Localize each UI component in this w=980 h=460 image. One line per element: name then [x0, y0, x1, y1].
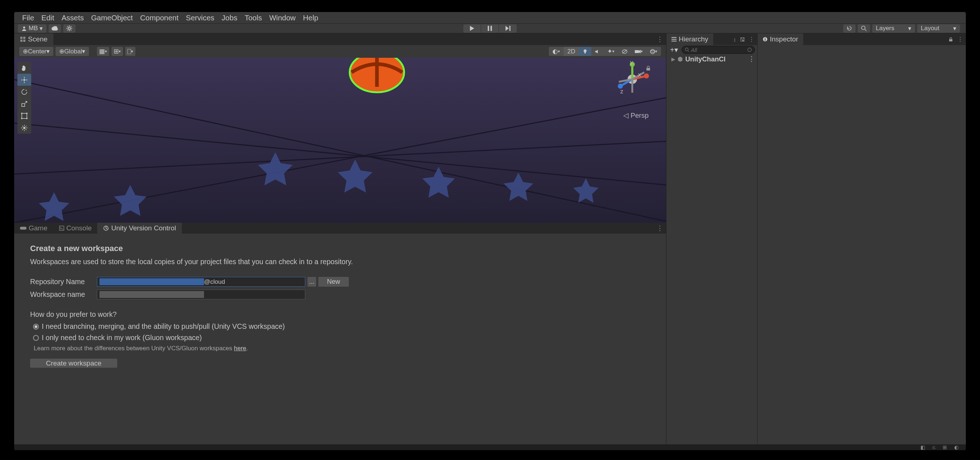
account-label: MB	[29, 25, 38, 32]
rect-tool[interactable]	[18, 110, 31, 122]
step-button[interactable]	[499, 24, 517, 33]
uvc-tab[interactable]: Unity Version Control	[97, 223, 181, 234]
scene-panel-menu[interactable]: ⋮	[657, 35, 663, 43]
form-heading: Create a new workspace	[30, 244, 650, 253]
uvc-icon	[103, 225, 109, 231]
inspector-menu[interactable]: ⋮	[958, 36, 963, 43]
2d-toggle[interactable]: 2D	[564, 47, 579, 56]
repo-new-button[interactable]: New	[318, 277, 349, 287]
status-bar: ◧ ⎌ ⊞ ◐	[14, 444, 966, 450]
search-button[interactable]	[858, 24, 870, 33]
inspector-tab[interactable]: Inspector	[757, 34, 803, 45]
menu-services[interactable]: Services	[182, 13, 218, 22]
pivot-dropdown[interactable]: ⊕ Center ▾	[19, 47, 53, 56]
game-tab[interactable]: Game	[14, 223, 53, 234]
workspace-name-label: Workspace name	[30, 290, 97, 299]
hierarchy-sort-icon[interactable]: ↕	[733, 36, 737, 43]
gear-icon	[67, 26, 72, 31]
layers-dropdown[interactable]: Layers▾	[872, 24, 915, 33]
step-icon	[505, 26, 510, 31]
orientation-gizmo[interactable]: y x z	[615, 62, 649, 96]
menu-window[interactable]: Window	[266, 13, 299, 22]
repo-browse-button[interactable]: ...	[307, 277, 316, 287]
audio-toggle[interactable]	[591, 47, 604, 56]
hierarchy-menu[interactable]: ⋮	[749, 36, 754, 43]
gizmo-icon	[650, 49, 655, 54]
layout-dropdown[interactable]: Layout▾	[917, 24, 960, 33]
eye-off-icon	[622, 50, 628, 54]
uvc-tab-label: Unity Version Control	[111, 224, 176, 232]
rotate-tool[interactable]	[18, 86, 31, 98]
grid-snap-button[interactable]: ▦ ▾	[97, 47, 109, 56]
gizmo-y-label: y	[630, 59, 633, 66]
status-icon-2[interactable]: ⎌	[932, 444, 935, 450]
snap-toggle[interactable]: ⎕ ▾	[125, 47, 135, 56]
svg-rect-3	[491, 26, 492, 31]
settings-button[interactable]	[63, 24, 75, 33]
menu-file[interactable]: File	[19, 13, 38, 22]
camera-dropdown[interactable]: ▾	[631, 47, 646, 56]
projection-label[interactable]: ◁ Persp	[623, 111, 649, 120]
hierarchy-save-icon[interactable]: 🖫	[740, 36, 745, 43]
workflow-option-vcs[interactable]: I need branching, merging, and the abili…	[33, 322, 650, 331]
move-tool[interactable]	[18, 74, 31, 86]
gizmos-dropdown[interactable]: ▾	[646, 47, 661, 56]
scene-view[interactable]: y x z ◁ Persp	[14, 58, 666, 223]
scale-tool[interactable]	[18, 98, 31, 110]
scene-tab[interactable]: Scene	[14, 34, 53, 45]
status-icon-3[interactable]: ⊞	[943, 444, 947, 450]
menu-tools[interactable]: Tools	[241, 13, 266, 22]
menu-gameobject[interactable]: GameObject	[88, 13, 137, 22]
svg-rect-31	[646, 68, 650, 70]
gizmo-lock-icon[interactable]	[646, 66, 651, 71]
menu-edit[interactable]: Edit	[38, 13, 58, 22]
svg-point-25	[26, 118, 28, 119]
menu-bar: File Edit Assets GameObject Component Se…	[14, 12, 966, 24]
undo-history-button[interactable]	[843, 24, 856, 33]
svg-rect-9	[20, 40, 22, 42]
hierarchy-search[interactable]: All	[682, 46, 755, 54]
status-icon-1[interactable]: ◧	[921, 444, 925, 450]
view-tool[interactable]	[18, 62, 31, 74]
layout-label: Layout	[921, 25, 939, 32]
workspace-name-input[interactable]	[97, 289, 305, 299]
toolbar-right: Layers▾ Layout▾	[843, 24, 962, 33]
hierarchy-root-item[interactable]: ▸ UnityChanCl ⋮	[667, 54, 757, 64]
gizmo-x-label: x	[638, 72, 641, 78]
hidden-toggle[interactable]	[618, 47, 631, 56]
fx-dropdown[interactable]: ✦ ▾	[604, 47, 618, 56]
svg-rect-44	[949, 39, 952, 42]
pause-icon	[488, 26, 492, 31]
hierarchy-item-menu[interactable]: ⋮	[748, 55, 755, 63]
play-button[interactable]	[463, 24, 481, 33]
cloud-button[interactable]	[49, 24, 61, 33]
transform-tool[interactable]	[18, 122, 31, 134]
draw-mode-dropdown[interactable]: ◐ ▾	[549, 47, 564, 56]
console-tab[interactable]: Console	[53, 223, 98, 234]
hand-icon	[21, 65, 28, 71]
snap-increment-button[interactable]: ⊞ ▾	[111, 47, 123, 56]
scene-tools-overlay	[18, 62, 31, 134]
create-workspace-button[interactable]: Create workspace	[30, 359, 117, 368]
menu-assets[interactable]: Assets	[58, 13, 88, 22]
pause-button[interactable]	[481, 24, 499, 33]
hierarchy-add-button[interactable]: +▾	[668, 45, 679, 54]
hierarchy-tab[interactable]: Hierarchy	[667, 34, 713, 45]
workflow-learn-more-link[interactable]: here	[234, 345, 247, 352]
repo-name-input[interactable]: @cloud	[97, 277, 305, 287]
lock-icon[interactable]	[948, 37, 953, 42]
menu-jobs[interactable]: Jobs	[218, 13, 241, 22]
search-type-icon[interactable]	[747, 48, 752, 52]
menu-component[interactable]: Component	[137, 13, 182, 22]
bottom-panel-menu[interactable]: ⋮	[657, 224, 663, 232]
account-dropdown[interactable]: MB ▾	[18, 24, 46, 33]
play-controls	[463, 24, 517, 33]
handle-dropdown[interactable]: ⊕ Global ▾	[56, 47, 89, 56]
scene-tabbar: Scene ⋮	[14, 34, 666, 45]
status-icon-4[interactable]: ◐	[954, 444, 959, 450]
scale-icon	[21, 101, 28, 107]
svg-rect-17	[14, 58, 666, 223]
workflow-option-gluon[interactable]: I only need to check in my work (Gluon w…	[33, 334, 650, 342]
menu-help[interactable]: Help	[299, 13, 322, 22]
lighting-toggle[interactable]	[579, 47, 591, 56]
